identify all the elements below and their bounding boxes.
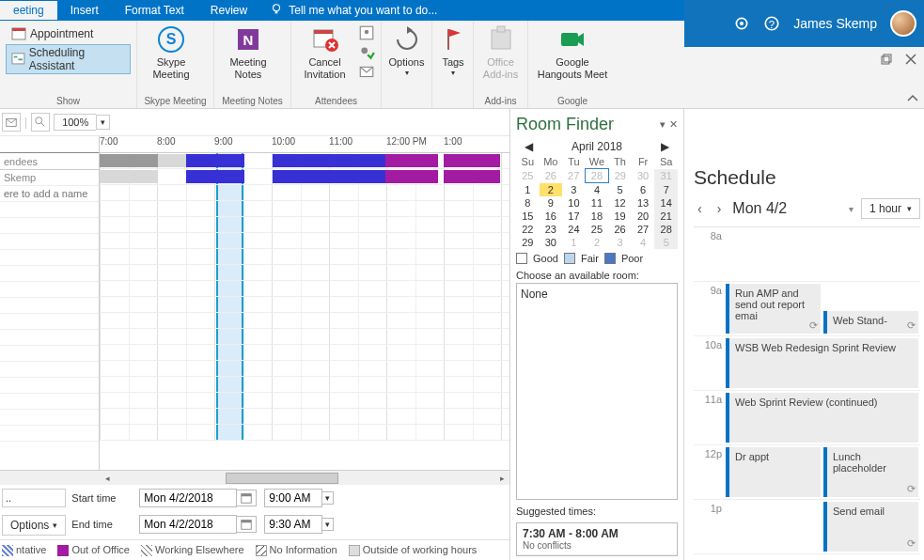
cal-day[interactable]: 8 [516, 196, 540, 210]
schedule-event[interactable]: Lunch placeholder⟳ [823, 447, 918, 497]
zoom-icon-button[interactable] [31, 113, 50, 132]
cal-day[interactable]: 22 [516, 223, 540, 236]
attendee-row[interactable]: Skemp [0, 170, 99, 186]
meeting-notes-button[interactable]: N Meeting Notes [218, 23, 278, 83]
office-addins-button[interactable]: Office Add-ins [478, 23, 524, 83]
cal-day[interactable]: 12 [608, 196, 632, 210]
cal-day[interactable]: 2 [586, 236, 609, 249]
mini-calendar[interactable]: SuMoTuWeThFrSa25262728293031123456789101… [516, 155, 678, 249]
check-names-icon[interactable] [358, 44, 375, 61]
cal-day[interactable]: 20 [632, 210, 655, 223]
tab-format-text[interactable]: Format Text [112, 1, 197, 20]
close-icon[interactable] [903, 52, 918, 67]
cal-day[interactable]: 3 [608, 236, 632, 249]
add-attendee-input[interactable] [4, 188, 95, 199]
suggested-times-list[interactable]: 7:30 AM - 8:00 AM No conflicts [516, 522, 678, 556]
cal-day[interactable]: 4 [632, 236, 655, 249]
cal-day[interactable]: 23 [540, 223, 563, 236]
end-date-input[interactable] [139, 515, 237, 534]
schedule-event[interactable]: Web Sprint Review (continued) [726, 393, 918, 443]
cal-day[interactable]: 1 [562, 236, 586, 249]
cal-day[interactable]: 26 [608, 223, 632, 236]
cal-day[interactable]: 30 [632, 169, 655, 183]
zoom-dropdown[interactable]: ▾ [96, 115, 110, 130]
cal-day[interactable]: 24 [562, 223, 586, 236]
cal-day[interactable]: 27 [562, 169, 586, 183]
cal-day[interactable]: 19 [608, 210, 632, 223]
cal-day[interactable]: 5 [608, 183, 632, 197]
google-hangouts-button[interactable]: Google Hangouts Meet [532, 23, 613, 83]
cal-day[interactable]: 1 [516, 183, 540, 197]
cancel-invitation-button[interactable]: Cancel Invitation [295, 23, 354, 83]
ribbon-collapse-button[interactable] [905, 91, 920, 106]
help-icon[interactable]: ? [763, 15, 780, 32]
cal-day[interactable]: 11 [586, 196, 609, 210]
room-list[interactable]: None [516, 283, 678, 500]
cal-day[interactable]: 16 [540, 210, 563, 223]
sched-prev-icon[interactable]: ‹ [694, 199, 706, 218]
response-options-icon[interactable] [358, 64, 375, 81]
cal-day[interactable]: 3 [562, 183, 586, 197]
rf-dropdown-icon[interactable]: ▾ [660, 118, 666, 131]
cal-next-icon[interactable]: ▶ [659, 140, 672, 153]
scroll-right-icon[interactable]: ▸ [494, 471, 509, 486]
tags-button[interactable]: Tags ▾ [436, 23, 470, 80]
zoom-control[interactable]: 100% ▾ [54, 114, 110, 131]
cal-day[interactable]: 14 [654, 196, 678, 210]
scheduling-assistant-button[interactable]: Scheduling Assistant [6, 44, 131, 74]
cal-day[interactable]: 28 [654, 223, 678, 236]
send-update-button[interactable] [2, 113, 21, 132]
settings-icon[interactable] [733, 15, 750, 32]
tell-me[interactable]: Tell me what you want to do... [270, 3, 437, 19]
cal-day[interactable]: 29 [608, 169, 632, 183]
schedule-event[interactable]: Dr appt [726, 447, 821, 497]
end-date-picker-icon[interactable] [237, 516, 257, 533]
autopick-button[interactable]: .. [2, 489, 66, 507]
scroll-thumb[interactable] [226, 473, 338, 484]
cal-day[interactable]: 4 [586, 183, 609, 197]
cal-day[interactable]: 6 [632, 183, 655, 197]
schedule-event[interactable]: Send email⟳ [823, 502, 918, 552]
rf-close-icon[interactable]: ✕ [669, 118, 678, 131]
cal-day[interactable]: 26 [540, 169, 563, 183]
end-time-input[interactable] [264, 515, 322, 534]
schedule-event[interactable]: WSB Web Redesign Sprint Review [726, 338, 918, 388]
cal-day[interactable]: 2 [540, 183, 563, 197]
cal-day[interactable]: 25 [586, 223, 609, 236]
start-date-input[interactable] [139, 489, 237, 507]
tab-meeting[interactable]: eeting [0, 1, 57, 20]
cal-day[interactable]: 15 [516, 210, 540, 223]
cal-day[interactable]: 18 [586, 210, 609, 223]
tab-review[interactable]: Review [197, 1, 260, 20]
cal-prev-icon[interactable]: ◀ [522, 140, 535, 153]
cal-day[interactable]: 29 [516, 236, 540, 249]
cal-day[interactable]: 17 [562, 210, 586, 223]
cal-day[interactable]: 13 [632, 196, 655, 210]
schedule-event[interactable]: Run AMP and send out report emai⟳ [726, 284, 821, 334]
sched-date[interactable]: Mon 4/2 [732, 200, 841, 217]
start-time-input[interactable] [264, 489, 322, 507]
schedule-event[interactable]: Web Stand-⟳ [823, 311, 918, 334]
start-time-dropdown[interactable]: ▾ [322, 491, 334, 505]
address-book-icon[interactable] [358, 24, 375, 41]
sched-next-icon[interactable]: › [713, 199, 726, 218]
cal-day[interactable]: 7 [654, 183, 678, 197]
add-attendee-row[interactable] [0, 186, 99, 202]
sched-range-dropdown[interactable]: 1 hour ▾ [861, 198, 920, 219]
cal-day[interactable]: 27 [632, 223, 655, 236]
cal-day[interactable]: 9 [540, 196, 563, 210]
avatar[interactable] [890, 10, 916, 37]
timeline-hscroll[interactable]: ◂ ▸ [0, 470, 509, 485]
suggested-time-item[interactable]: 7:30 AM - 8:00 AM No conflicts [517, 523, 677, 555]
options-ribbon-button[interactable]: Options ▾ [385, 23, 428, 80]
cal-day[interactable]: 31 [654, 169, 678, 183]
start-date-picker-icon[interactable] [237, 490, 257, 506]
cal-day[interactable]: 5 [654, 236, 678, 249]
cal-day[interactable]: 21 [654, 210, 678, 223]
end-time-dropdown[interactable]: ▾ [322, 518, 334, 531]
skype-meeting-button[interactable]: S Skype Meeting [141, 23, 201, 83]
cal-day[interactable]: 28 [586, 169, 609, 183]
scroll-left-icon[interactable]: ◂ [100, 471, 115, 486]
timeline-grid[interactable]: 7:008:009:0010:0011:0012:00 PM1:00 [100, 136, 509, 470]
cal-day[interactable]: 10 [562, 196, 586, 210]
